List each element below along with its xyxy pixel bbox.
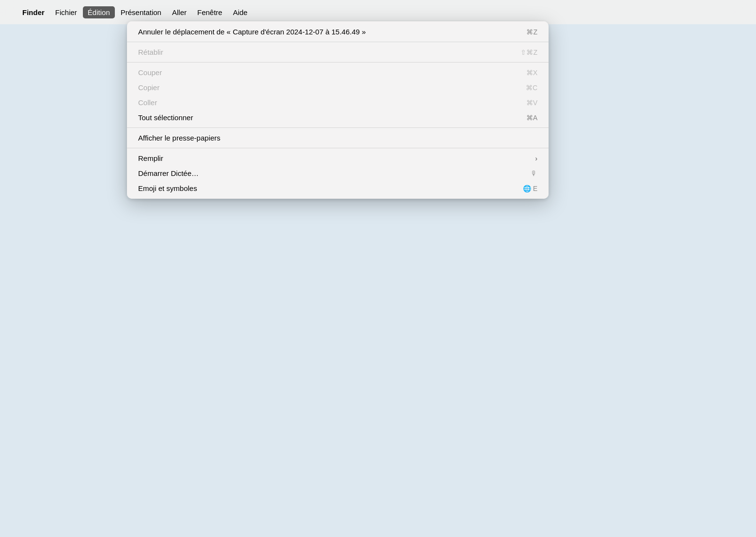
menu-item-emoji-shortcut: 🌐 E	[523, 185, 537, 192]
menubar-item-edition[interactable]: Édition	[83, 6, 115, 18]
edition-menu: Annuler le déplacement de « Capture d'éc…	[127, 21, 549, 199]
menu-item-coller-shortcut: ⌘V	[526, 99, 537, 107]
menu-item-copier-label: Copier	[138, 83, 506, 92]
menu-item-tout-selectionner[interactable]: Tout sélectionner ⌘A	[129, 110, 546, 125]
menu-item-presse-papiers[interactable]: Afficher le presse-papiers	[129, 130, 546, 145]
menu-item-retablir-shortcut: ⇧⌘Z	[520, 48, 537, 56]
menu-item-tout-selectionner-label: Tout sélectionner	[138, 113, 507, 122]
menubar-item-aide[interactable]: Aide	[228, 6, 252, 18]
menubar-item-finder[interactable]: Finder	[17, 6, 49, 18]
menu-item-retablir[interactable]: Rétablir ⇧⌘Z	[129, 45, 546, 60]
separator-3	[127, 127, 549, 128]
menu-item-presse-papiers-label: Afficher le presse-papiers	[138, 134, 537, 142]
chevron-right-icon: ›	[535, 155, 537, 162]
menubar-item-fenetre[interactable]: Fenêtre	[192, 6, 227, 18]
menubar-item-fichier[interactable]: Fichier	[50, 6, 82, 18]
menubar-item-aller[interactable]: Aller	[167, 6, 191, 18]
menu-item-remplir[interactable]: Remplir ›	[129, 151, 546, 166]
separator-4	[127, 148, 549, 148]
menu-item-coller[interactable]: Coller ⌘V	[129, 95, 546, 110]
menu-item-annuler-shortcut: ⌘Z	[526, 28, 537, 36]
menu-item-couper-shortcut: ⌘X	[526, 69, 537, 77]
menubar-item-presentation[interactable]: Présentation	[116, 6, 166, 18]
menu-item-couper-label: Couper	[138, 68, 507, 77]
menu-item-couper[interactable]: Couper ⌘X	[129, 65, 546, 80]
menu-item-emoji[interactable]: Emoji et symboles 🌐 E	[129, 181, 546, 196]
menu-item-dictee[interactable]: Démarrer Dictée… 🎙	[129, 166, 546, 181]
menu-item-copier[interactable]: Copier ⌘C	[129, 80, 546, 95]
microphone-icon: 🎙	[531, 170, 537, 177]
menu-item-emoji-label: Emoji et symboles	[138, 184, 504, 192]
menu-item-copier-shortcut: ⌘C	[526, 84, 537, 92]
menu-item-annuler[interactable]: Annuler le déplacement de « Capture d'éc…	[129, 24, 546, 39]
menu-item-dictee-label: Démarrer Dictée…	[138, 169, 511, 177]
menu-item-remplir-label: Remplir	[138, 154, 516, 162]
apple-menu[interactable]	[5, 10, 16, 14]
menu-item-retablir-label: Rétablir	[138, 48, 501, 56]
menu-item-coller-label: Coller	[138, 98, 507, 107]
menubar: Finder Fichier Édition Présentation Alle…	[0, 0, 756, 24]
separator-2	[127, 62, 549, 63]
menu-item-tout-selectionner-shortcut: ⌘A	[526, 114, 537, 122]
menu-item-annuler-label: Annuler le déplacement de « Capture d'éc…	[138, 28, 507, 36]
separator-1	[127, 42, 549, 42]
